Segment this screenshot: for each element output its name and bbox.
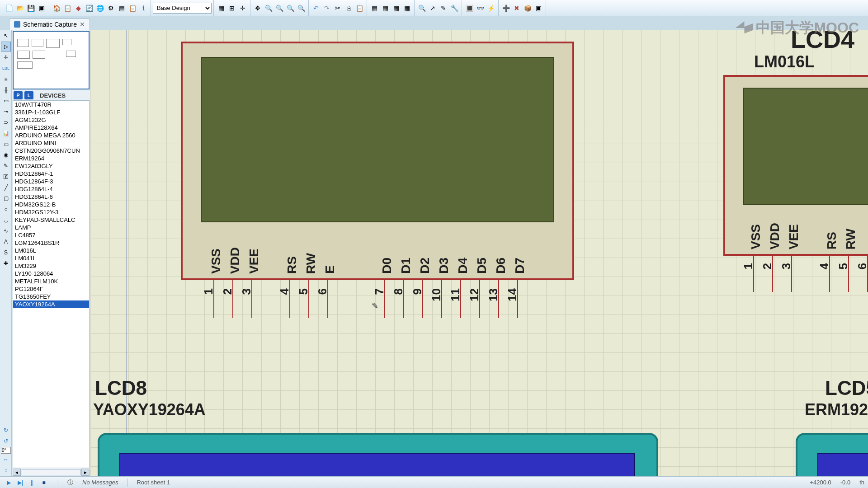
scroll-left-button[interactable]: ◄ bbox=[13, 469, 21, 476]
probe-mode-button[interactable]: ✎ bbox=[1, 161, 11, 171]
pick-devices-button[interactable]: P bbox=[14, 91, 23, 99]
design-variant-select[interactable]: Base Design bbox=[153, 3, 212, 14]
path-button[interactable]: ∿ bbox=[1, 226, 11, 236]
text-button[interactable]: A bbox=[1, 237, 11, 247]
toggle-grid-button[interactable]: ▦ bbox=[216, 3, 226, 14]
scroll-right-button[interactable]: ► bbox=[81, 469, 90, 476]
device-item[interactable]: HDG12864F-1 bbox=[13, 170, 89, 178]
lcd8-component[interactable] bbox=[98, 433, 658, 476]
misc1-button[interactable]: 🔳 bbox=[464, 3, 475, 14]
tab-close-button[interactable]: ✕ bbox=[80, 21, 85, 28]
zoom-fit-button[interactable]: 🔍 bbox=[285, 3, 296, 14]
tab-schematic[interactable]: Schematic Capture ✕ bbox=[9, 19, 90, 30]
device-item[interactable]: AMPIRE128X64 bbox=[13, 124, 89, 131]
device-item[interactable]: LM041L bbox=[13, 254, 89, 262]
junction-mode-button[interactable]: ✛ bbox=[1, 52, 11, 62]
rotate-ccw-button[interactable]: ↺ bbox=[1, 436, 11, 446]
tool3-button[interactable]: ✎ bbox=[438, 3, 449, 14]
paste-button[interactable]: 📋 bbox=[354, 3, 365, 14]
help-button[interactable]: ℹ bbox=[138, 3, 149, 14]
pin-line[interactable] bbox=[213, 280, 214, 318]
device-item[interactable]: PG12864F bbox=[13, 285, 89, 293]
flip-v-button[interactable]: ↕ bbox=[1, 465, 11, 475]
device-item[interactable]: AGM1232G bbox=[13, 116, 89, 124]
cut-button[interactable]: ✂ bbox=[332, 3, 343, 14]
snap-grid-button[interactable]: ⊞ bbox=[226, 3, 237, 14]
device-item[interactable]: LC4857 bbox=[13, 231, 89, 239]
device-item[interactable]: HDM32GS12-B bbox=[13, 201, 89, 208]
symbol-button[interactable]: S bbox=[1, 248, 11, 258]
device-item[interactable]: LY190-128064 bbox=[13, 270, 89, 277]
device-item[interactable]: HDG12864L-4 bbox=[13, 185, 89, 193]
origin-button[interactable]: ✛ bbox=[237, 3, 248, 14]
redo-button[interactable]: ↷ bbox=[321, 3, 332, 14]
layers-button[interactable]: ▤ bbox=[116, 3, 127, 14]
device-item[interactable]: HDG12864L-6 bbox=[13, 193, 89, 201]
label-mode-button[interactable]: LBL bbox=[1, 63, 11, 73]
device-item[interactable]: ERM19264 bbox=[13, 155, 89, 162]
tape-mode-button[interactable]: ▭ bbox=[1, 139, 11, 149]
pin-line[interactable] bbox=[403, 280, 404, 318]
device-item[interactable]: 10WATT470R bbox=[13, 101, 89, 108]
sim-pause-button[interactable]: || bbox=[27, 479, 37, 487]
device-item[interactable]: HDM32GS12Y-3 bbox=[13, 208, 89, 216]
pin-mode-button[interactable]: ⊃ bbox=[1, 117, 11, 127]
device-item[interactable]: ARDUINO MINI bbox=[13, 139, 89, 147]
save-button[interactable]: 💾 bbox=[25, 3, 36, 14]
pin-line[interactable] bbox=[791, 256, 792, 292]
box-button[interactable]: ▢ bbox=[1, 193, 11, 203]
tool1-button[interactable]: 🔍 bbox=[416, 3, 427, 14]
line-button[interactable]: ╱ bbox=[1, 183, 11, 192]
open-file-button[interactable]: 📂 bbox=[14, 3, 25, 14]
marker-button[interactable]: ◆ bbox=[73, 3, 84, 14]
zoom-in-button[interactable]: 🔍 bbox=[263, 3, 274, 14]
lcd5-reference[interactable]: LCD5 bbox=[825, 377, 868, 399]
device-item[interactable]: HDG12864F-3 bbox=[13, 178, 89, 185]
remove-part-button[interactable]: ✖ bbox=[511, 3, 522, 14]
block-copy-button[interactable]: ▦ bbox=[369, 3, 380, 14]
zoom-area-button[interactable]: 🔍 bbox=[296, 3, 307, 14]
lcd4-value[interactable]: LM016L bbox=[754, 52, 815, 71]
find-button[interactable]: 👓 bbox=[475, 3, 486, 14]
lcd4-component[interactable]: VSSVDDVEERSRW 123456 bbox=[723, 75, 868, 256]
libraries-button[interactable]: L bbox=[24, 91, 33, 99]
settings-button[interactable]: ⚙ bbox=[105, 3, 116, 14]
pin-line[interactable] bbox=[308, 280, 309, 318]
add-part-button[interactable]: ➕ bbox=[500, 3, 511, 14]
sim-play-button[interactable]: ▶ bbox=[4, 479, 14, 487]
sheet-button[interactable]: 📋 bbox=[62, 3, 73, 14]
generator-mode-button[interactable]: ◉ bbox=[1, 150, 11, 160]
bus-mode-button[interactable]: ╫ bbox=[1, 85, 11, 95]
compile-button[interactable]: ▣ bbox=[533, 3, 544, 14]
device-item[interactable]: YAOXY19264A bbox=[13, 300, 89, 308]
rotate-cw-button[interactable]: ↻ bbox=[1, 425, 11, 435]
block-rotate-button[interactable]: ▦ bbox=[391, 3, 401, 14]
sim-step-button[interactable]: ▶| bbox=[15, 479, 25, 487]
device-item[interactable]: EW12A03GLY bbox=[13, 162, 89, 170]
pin-line[interactable] bbox=[848, 256, 849, 292]
copy-button[interactable]: ⎘ bbox=[343, 3, 354, 14]
graph-mode-button[interactable]: 📊 bbox=[1, 128, 11, 138]
text-script-button[interactable]: ≡ bbox=[1, 74, 11, 84]
undo-button[interactable]: ↶ bbox=[311, 3, 321, 14]
overview-preview[interactable] bbox=[13, 31, 90, 89]
terminal-mode-button[interactable]: ⊸ bbox=[1, 107, 11, 117]
schematic-canvas[interactable]: VSSVDDVEERSRWED0D1D2D3D4D5D6D7 123456789… bbox=[90, 30, 868, 476]
tool2-button[interactable]: ↗ bbox=[427, 3, 438, 14]
circle-button[interactable]: ○ bbox=[1, 204, 11, 214]
pin-line[interactable] bbox=[829, 256, 830, 292]
device-item[interactable]: ARDUINO MEGA 2560 bbox=[13, 131, 89, 139]
refresh-button[interactable]: 🔄 bbox=[84, 3, 94, 14]
device-item[interactable]: METALFILM10K bbox=[13, 277, 89, 285]
rotation-input[interactable] bbox=[1, 447, 11, 454]
pin-line[interactable] bbox=[251, 280, 252, 318]
lcd8-value[interactable]: YAOXY19264A bbox=[93, 400, 206, 419]
package-button[interactable]: 📦 bbox=[522, 3, 533, 14]
pin-line[interactable] bbox=[753, 256, 754, 292]
tool4-button[interactable]: 🔧 bbox=[449, 3, 460, 14]
pan-button[interactable]: ✥ bbox=[252, 3, 263, 14]
device-item[interactable]: LGM12641BS1R bbox=[13, 239, 89, 247]
arc-button[interactable]: ◡ bbox=[1, 215, 11, 225]
device-item[interactable]: KEYPAD-SMALLCALC bbox=[13, 216, 89, 224]
block-delete-button[interactable]: ▦ bbox=[401, 3, 412, 14]
